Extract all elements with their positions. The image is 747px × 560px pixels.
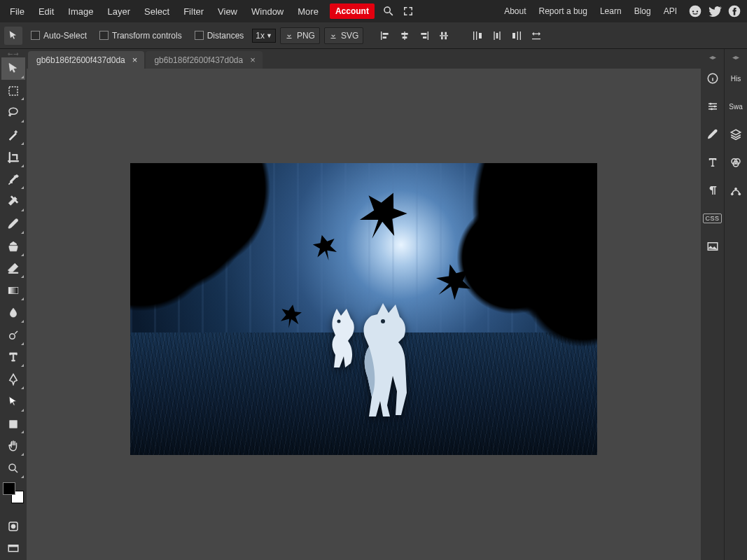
menu-layer[interactable]: Layer — [101, 0, 138, 22]
dodge-tool[interactable] — [1, 324, 25, 346]
menu-window[interactable]: Window — [244, 0, 291, 22]
move-tool-indicator-icon[interactable] — [4, 27, 22, 45]
svg-point-8 — [9, 464, 15, 470]
distribute-group — [468, 27, 545, 45]
zoom-tool[interactable] — [1, 457, 25, 479]
link-learn[interactable]: Learn — [596, 6, 626, 16]
svg-point-6 — [10, 333, 15, 339]
image-thumb-icon[interactable] — [703, 237, 722, 256]
facebook-icon[interactable] — [725, 1, 744, 21]
eraser-tool[interactable] — [1, 258, 25, 280]
menu-bar: File Edit Image Layer Select Filter View… — [0, 0, 747, 22]
type-tool[interactable] — [1, 346, 25, 369]
auto-select-checkbox[interactable]: Auto-Select — [27, 28, 91, 43]
menu-image[interactable]: Image — [61, 0, 100, 22]
align-center-h-icon[interactable] — [396, 27, 414, 45]
css-panel-icon[interactable]: CSS — [703, 209, 722, 228]
svg-point-24 — [739, 193, 741, 195]
menu-select[interactable]: Select — [137, 0, 176, 22]
link-report[interactable]: Report a bug — [535, 6, 592, 16]
distances-checkbox[interactable]: Distances — [190, 28, 249, 43]
align-middle-icon[interactable] — [435, 27, 453, 45]
hand-tool[interactable] — [1, 435, 25, 457]
account-button[interactable]: Account — [330, 4, 375, 19]
canvas[interactable] — [130, 163, 597, 455]
options-bar: Auto-Select Transform controls Distances… — [0, 22, 747, 49]
pen-tool[interactable] — [1, 368, 25, 391]
panel-collapse-icon[interactable]: ◂▸ — [725, 53, 747, 60]
svg-label: SVG — [341, 31, 358, 41]
close-icon[interactable]: × — [132, 55, 138, 65]
crop-tool[interactable] — [1, 146, 25, 169]
quickmask-toggle[interactable] — [1, 516, 25, 538]
canvas-image-content — [443, 163, 597, 363]
document-tab[interactable]: gb6b186f2600f437d0da × — [146, 51, 262, 69]
screen-mode-toggle[interactable] — [1, 538, 25, 560]
close-icon[interactable]: × — [250, 55, 256, 65]
svg-point-1 — [692, 10, 694, 12]
svg-point-0 — [690, 6, 701, 18]
channels-panel-icon[interactable] — [726, 153, 746, 172]
export-png-button[interactable]: PNG — [280, 27, 320, 44]
adjustments-icon[interactable] — [703, 97, 722, 116]
svg-point-13 — [381, 319, 385, 323]
menu-filter[interactable]: Filter — [176, 0, 211, 22]
magic-wand-tool[interactable] — [1, 124, 25, 146]
gradient-tool[interactable] — [1, 279, 25, 302]
menu-more[interactable]: More — [291, 0, 326, 22]
brush-settings-icon[interactable] — [703, 125, 722, 144]
history-label: His — [731, 75, 741, 83]
palette-collapse-icon[interactable]: ⇽⇾ — [0, 50, 27, 57]
layers-panel-icon[interactable] — [726, 125, 746, 144]
link-blog[interactable]: Blog — [630, 6, 655, 16]
shape-tool[interactable] — [1, 413, 25, 435]
menu-edit[interactable]: Edit — [32, 0, 61, 22]
right-panel-collapsed: ◂▸ CSS — [701, 49, 724, 560]
menu-file[interactable]: File — [3, 0, 32, 22]
paths-panel-icon[interactable] — [726, 181, 746, 200]
canvas-viewport[interactable] — [27, 69, 701, 560]
brush-tool[interactable] — [1, 213, 25, 235]
lasso-tool[interactable] — [1, 102, 25, 124]
history-panel-icon[interactable]: His — [726, 69, 746, 88]
distribute-spacing-icon[interactable] — [527, 27, 545, 45]
document-tab[interactable]: gb6b186f2600f437d0da × — [28, 51, 144, 69]
chevron-down-icon: ▼ — [266, 32, 272, 39]
clone-stamp-tool[interactable] — [1, 235, 25, 258]
rect-select-tool[interactable] — [1, 80, 25, 102]
menu-view[interactable]: View — [211, 0, 244, 22]
foreground-color-swatch[interactable] — [3, 482, 15, 495]
distribute-right-icon[interactable] — [508, 27, 526, 45]
link-about[interactable]: About — [500, 6, 530, 16]
eyedropper-tool[interactable] — [1, 169, 25, 191]
export-svg-button[interactable]: SVG — [324, 27, 363, 44]
svg-point-14 — [337, 320, 341, 323]
path-select-tool[interactable] — [1, 391, 25, 413]
export-scale-select[interactable]: 1x▼ — [252, 29, 276, 43]
svg-point-2 — [697, 10, 698, 12]
info-icon[interactable] — [703, 69, 722, 88]
link-api[interactable]: API — [659, 6, 681, 16]
blur-tool[interactable] — [1, 302, 25, 324]
align-group — [376, 27, 453, 45]
paragraph-icon[interactable] — [703, 181, 722, 200]
reddit-icon[interactable] — [685, 1, 705, 21]
fullscreen-icon[interactable] — [398, 1, 418, 21]
character-icon[interactable] — [703, 153, 722, 172]
align-left-icon[interactable] — [376, 27, 394, 45]
search-icon[interactable] — [379, 1, 398, 21]
svg-point-16 — [709, 103, 711, 105]
color-swatch[interactable] — [3, 482, 24, 503]
healing-tool[interactable] — [1, 190, 25, 213]
distribute-left-icon[interactable] — [468, 27, 487, 45]
move-tool[interactable] — [1, 57, 25, 80]
twitter-icon[interactable] — [705, 1, 725, 21]
swatches-panel-icon[interactable]: Swa — [726, 97, 746, 116]
help-links: About Report a bug Learn Blog API — [500, 6, 681, 16]
panel-collapse-icon[interactable]: ◂▸ — [701, 53, 724, 60]
svg-point-18 — [711, 108, 713, 110]
transform-controls-checkbox[interactable]: Transform controls — [95, 28, 186, 43]
distribute-center-icon[interactable] — [488, 27, 506, 45]
align-right-icon[interactable] — [415, 27, 433, 45]
svg-point-23 — [731, 193, 733, 195]
